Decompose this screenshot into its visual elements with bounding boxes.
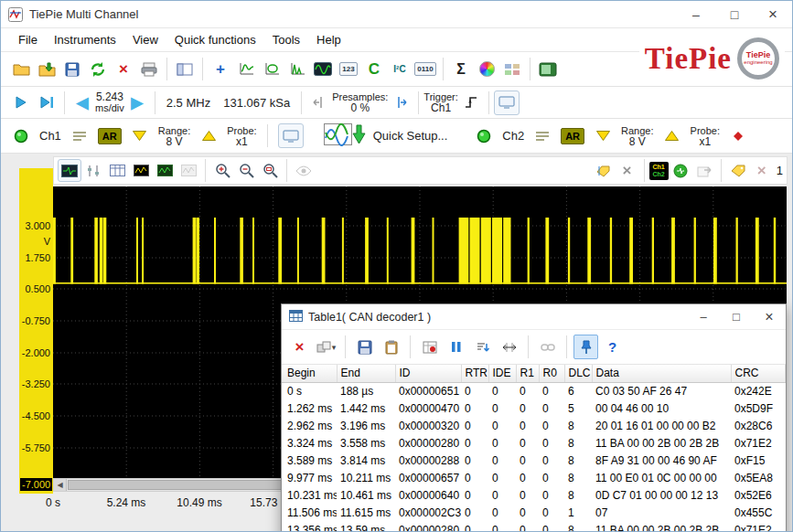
protocol-analyzer-button[interactable]: 0110 <box>413 57 438 81</box>
ch1-settings-button[interactable] <box>278 123 304 148</box>
add-instrument-button[interactable]: + <box>208 57 233 81</box>
graph-style-green-button[interactable] <box>153 159 177 182</box>
col-end[interactable]: End <box>337 365 395 382</box>
save-button[interactable] <box>59 57 85 81</box>
table-maximize-button[interactable]: □ <box>720 304 753 329</box>
table-link-button[interactable] <box>535 335 560 359</box>
xy-graph-button[interactable] <box>259 57 284 81</box>
ch1-autorange-button[interactable]: AR <box>98 128 122 144</box>
graph-style-dark-button[interactable] <box>129 159 153 182</box>
remove-cursors-button[interactable]: × <box>616 159 639 182</box>
autosize-columns-button[interactable] <box>497 335 521 359</box>
quick-setup-group[interactable]: Quick Setup... <box>324 122 448 150</box>
trigger-edge-icon[interactable] <box>458 90 484 115</box>
scope-button[interactable] <box>310 57 336 81</box>
menu-view[interactable]: View <box>124 30 166 49</box>
table-row[interactable]: 3.324 ms3.558 ms0x000002800000811 BA 00 … <box>282 434 786 452</box>
col-dlc[interactable]: DLC <box>564 365 592 382</box>
table-update-button[interactable] <box>417 335 442 359</box>
table-row[interactable]: 3.589 ms3.814 ms0x00000288000088F A9 31 … <box>282 452 786 469</box>
zoom-reset-button[interactable] <box>258 159 282 182</box>
col-crc[interactable]: CRC <box>731 365 786 382</box>
maximize-button[interactable]: □ <box>715 1 754 28</box>
timebase-decrease-button[interactable]: ◀ <box>70 90 95 115</box>
clear-graph-button[interactable]: × <box>750 159 774 182</box>
ch1-range-down-icon[interactable] <box>127 123 153 148</box>
table-row[interactable]: 0 s188 µs0x0000065100006C0 03 50 AF 26 4… <box>282 382 786 399</box>
presamples-increase-icon[interactable] <box>388 90 413 115</box>
table-help-button[interactable]: ? <box>600 335 625 359</box>
zoom-in-button[interactable] <box>210 159 234 182</box>
table-window-titlebar[interactable]: Table1( CAN decoder1 ) – □ × <box>282 304 786 330</box>
reference-button[interactable] <box>669 159 692 182</box>
table-close-button[interactable]: × <box>753 304 786 329</box>
refresh-button[interactable] <box>85 57 111 81</box>
menu-quick-functions[interactable]: Quick functions <box>166 30 264 49</box>
col-rtr[interactable]: RTR <box>461 365 488 382</box>
graph-display-button[interactable] <box>58 159 81 182</box>
table-row[interactable]: 9.977 ms10.211 ms0x000006570000811 00 E0… <box>282 469 786 486</box>
table-row[interactable]: 2.962 ms3.196 ms0x000003200000820 01 16 … <box>282 417 786 434</box>
objects-button[interactable] <box>499 57 525 81</box>
ch2-enable-led[interactable] <box>471 123 497 148</box>
menu-help[interactable]: Help <box>308 30 349 49</box>
label-button[interactable] <box>726 159 750 182</box>
ch1-coupling-icon[interactable] <box>67 123 92 148</box>
trigger-settings-button[interactable] <box>494 90 520 115</box>
data-table-button[interactable] <box>105 159 129 182</box>
visibility-button[interactable] <box>292 159 316 182</box>
start-button[interactable] <box>8 90 34 115</box>
timebase-increase-button[interactable]: ▶ <box>124 90 150 115</box>
table-row[interactable]: 10.231 ms10.461 ms0x00000640000080D C7 0… <box>282 486 786 504</box>
table-clear-button[interactable]: × <box>287 335 312 359</box>
open-button[interactable] <box>8 57 34 81</box>
ch2-range-up-icon[interactable] <box>659 123 685 148</box>
import-button[interactable] <box>34 57 59 81</box>
table-header-row[interactable]: Begin End ID RTR IDE R1 R0 DLC Data CRC <box>282 365 786 382</box>
zoom-out-button[interactable] <box>234 159 258 182</box>
close-button[interactable]: × <box>754 1 792 28</box>
table-sort-button[interactable] <box>470 335 495 359</box>
table-save-button[interactable] <box>352 335 377 359</box>
col-r1[interactable]: R1 <box>516 365 539 382</box>
table-source-button[interactable]: ▾ <box>314 335 338 359</box>
col-data[interactable]: Data <box>592 365 731 382</box>
table-row[interactable]: 13.356 ms13.59 ms0x000002800000811 BA 00… <box>282 521 786 532</box>
titlebar[interactable]: TiePie Multi Channel – □ × <box>1 1 792 28</box>
export-button[interactable] <box>692 159 716 182</box>
colors-button[interactable] <box>474 57 499 81</box>
table-minimize-button[interactable]: – <box>687 304 720 329</box>
graph-style-gray-button[interactable] <box>177 159 200 182</box>
y-axis-strip[interactable]: 3.000 V 1.750 0.500 -0.750 -2.000 -3.250… <box>19 168 53 494</box>
delete-button[interactable]: × <box>111 57 136 81</box>
presamples-decrease-icon[interactable] <box>306 90 332 115</box>
col-r0[interactable]: R0 <box>539 365 564 382</box>
yt-graph-button[interactable] <box>233 57 259 81</box>
menu-tools[interactable]: Tools <box>264 30 308 49</box>
math-button[interactable]: Σ <box>448 57 474 81</box>
col-ide[interactable]: IDE <box>488 365 516 382</box>
clamp-button[interactable]: C <box>361 57 387 81</box>
menu-file[interactable]: File <box>10 30 46 49</box>
multimeter-button[interactable]: 123 <box>336 57 361 81</box>
channel-legend[interactable]: Ch1 Ch2 <box>649 162 669 180</box>
graph-settings-button[interactable] <box>81 159 105 182</box>
cursors-button[interactable] <box>592 159 616 182</box>
fft-graph-button[interactable] <box>284 57 310 81</box>
col-begin[interactable]: Begin <box>282 365 337 382</box>
ch1-enable-led[interactable] <box>8 123 34 148</box>
i2c-button[interactable]: I²C <box>387 57 413 81</box>
table-row[interactable]: 1.262 ms1.442 ms0x000004700000500 04 46 … <box>282 399 786 417</box>
ch2-coupling-icon[interactable] <box>530 123 555 148</box>
print-button[interactable] <box>136 57 162 81</box>
ch2-range-down-icon[interactable] <box>590 123 616 148</box>
ch2-autorange-button[interactable]: AR <box>561 128 584 144</box>
oneshot-button[interactable] <box>34 90 59 115</box>
menu-instruments[interactable]: Instruments <box>46 30 124 49</box>
instrument-button[interactable] <box>535 57 561 81</box>
table-copy-button[interactable] <box>379 335 403 359</box>
table-hold-button[interactable] <box>444 335 468 359</box>
col-id[interactable]: ID <box>395 365 461 382</box>
scroll-left-icon[interactable]: ◀ <box>54 479 67 491</box>
ch1-range-up-icon[interactable] <box>196 123 221 148</box>
